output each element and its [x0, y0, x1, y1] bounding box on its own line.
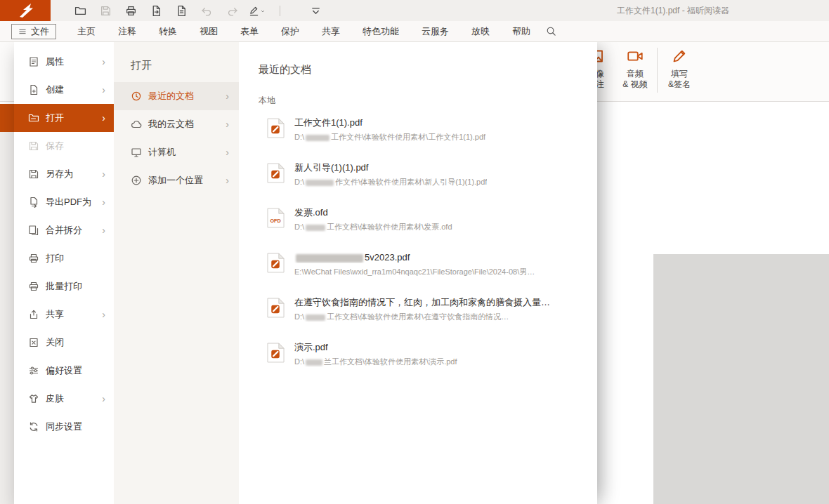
organize-pages-button[interactable]	[173, 3, 190, 18]
save-as-icon	[28, 168, 39, 180]
export-pages-button[interactable]	[148, 3, 164, 18]
open-place-3[interactable]: 添加一个位置›	[114, 166, 239, 194]
file-menu-item-5[interactable]: 导出PDF为›	[14, 188, 114, 216]
file-menu-item-8[interactable]: 批量打印	[14, 272, 114, 300]
file-menu-item-label: 导出PDF为	[46, 196, 91, 208]
file-menu-item-7[interactable]: 打印	[14, 244, 114, 272]
redacted-text	[306, 180, 334, 186]
foxit-logo[interactable]	[0, 0, 51, 21]
file-menu-item-2[interactable]: 打开›	[14, 104, 114, 132]
undo-icon	[201, 5, 213, 17]
file-name: 5v2023.pdf	[294, 251, 535, 263]
recent-documents-panel: 最近的文档 本地 工作文件1(1).pdfD:\工作文件\体验软件使用素材\工作…	[239, 42, 597, 504]
pdf-file-icon	[267, 298, 285, 318]
file-path: D:\作文件\体验软件使用素材\新人引导(1)(1).pdf	[294, 177, 487, 187]
save-button[interactable]	[97, 3, 114, 18]
file-menu-item-11[interactable]: 偏好设置	[14, 357, 114, 385]
ribbon-tab-0[interactable]: 主页	[66, 21, 107, 41]
file-menu-item-0[interactable]: 属性›	[14, 48, 114, 76]
clock-icon	[131, 91, 142, 102]
customize-quick-toolbar-button[interactable]	[307, 3, 324, 18]
open-file-button[interactable]	[72, 3, 89, 18]
ink-signature-button[interactable]	[249, 3, 266, 18]
document-image-placeholder	[653, 254, 829, 504]
submenu-arrow-icon: ›	[102, 57, 105, 67]
ribbon-tab-5[interactable]: 保护	[270, 21, 311, 41]
file-backstage-panel: 属性›创建›打开›保存另存为›导出PDF为›合并拆分›打印批量打印共享›关闭偏好…	[14, 42, 597, 504]
file-menu-item-label: 合并拆分	[46, 224, 82, 237]
submenu-arrow-icon: ›	[102, 310, 105, 319]
ribbon-tab-7[interactable]: 特色功能	[351, 21, 410, 41]
file-menu-item-label: 另存为	[46, 168, 73, 180]
ribbon-tab-6[interactable]: 共享	[311, 21, 351, 41]
recent-file-item[interactable]: 工作文件1(1).pdfD:\工作文件\体验软件使用素材\工作文件1(1).pd…	[259, 117, 586, 161]
file-name: 工作文件1(1).pdf	[294, 117, 485, 128]
save-icon	[28, 140, 39, 152]
recent-file-item[interactable]: 在遵守饮食指南的情况下，红肉，加工肉和家禽的膳食摄入量…D:\工作文档\体验软件…	[259, 296, 586, 341]
recent-file-item[interactable]: 新人引导(1)(1).pdfD:\作文件\体验软件使用素材\新人引导(1)(1)…	[259, 161, 586, 206]
submenu-arrow-icon: ›	[226, 91, 229, 101]
ribbon-tab-4[interactable]: 表单	[229, 21, 270, 41]
file-menu-item-label: 偏好设置	[46, 364, 82, 377]
submenu-arrow-icon: ›	[102, 113, 105, 123]
redo-icon	[226, 5, 238, 17]
print-button[interactable]	[122, 3, 139, 18]
ofd-file-icon: OFD	[267, 208, 285, 231]
ribbon-tab-10[interactable]: 帮助	[501, 21, 542, 41]
ribbon-tab-1[interactable]: 注释	[107, 21, 148, 41]
cloud-icon	[131, 119, 142, 130]
file-menu-item-9[interactable]: 共享›	[14, 300, 114, 329]
open-place-0[interactable]: 最近的文档›	[114, 82, 239, 110]
undo-button[interactable]	[198, 3, 215, 18]
file-menu-item-12[interactable]: 皮肤›	[14, 385, 114, 413]
file-menu-item-label: 批量打印	[46, 280, 82, 293]
ribbon-tab-8[interactable]: 云服务	[410, 21, 460, 41]
menu-bar: 文件 主页注释转换视图表单保护共享特色功能云服务放映帮助	[0, 21, 829, 42]
title-bar: 工作文件1(1).pdf - 福昕阅读器	[0, 0, 829, 21]
ribbon-tab-9[interactable]: 放映	[460, 21, 501, 41]
share-icon	[28, 309, 39, 320]
recent-file-item[interactable]: 5v2023.pdfE:\WeChat Files\wxid_rra1m04nq…	[259, 251, 586, 296]
file-menu-item-6[interactable]: 合并拆分›	[14, 216, 114, 244]
open-place-1[interactable]: 我的云文档›	[114, 110, 239, 138]
file-menu-button[interactable]: 文件	[11, 24, 56, 39]
pdf-file-icon	[267, 253, 285, 276]
pdf-file-icon	[267, 163, 285, 183]
redo-button[interactable]	[223, 3, 240, 18]
quick-access-toolbar	[72, 3, 324, 18]
pencil-icon	[671, 48, 688, 65]
print-icon	[125, 5, 137, 17]
open-icon	[28, 112, 39, 124]
foxit-logo-mark	[11, 1, 39, 20]
caret-down-icon	[260, 8, 266, 14]
open-place-2[interactable]: 计算机›	[114, 138, 239, 166]
left-edge-highlight	[0, 104, 14, 132]
recent-file-item[interactable]: OFD发票.ofdD:\工作文档\体验软件使用素材\发票.ofd	[259, 206, 586, 251]
file-menu-item-1[interactable]: 创建›	[14, 76, 114, 104]
ribbon-tab-2[interactable]: 转换	[148, 21, 188, 41]
file-name: 演示.pdf	[294, 341, 457, 353]
redacted-text	[296, 254, 363, 263]
pdf-file-icon	[267, 163, 285, 186]
recent-file-item[interactable]: 演示.pdfD:\兰工作文档\体验软件使用素材\演示.pdf	[259, 341, 586, 386]
open-places-list: 最近的文档›我的云文档›计算机›添加一个位置›	[114, 82, 239, 194]
app-window: 图像标注音频& 视频填写&签名 中， 工作文件1(1).pdf - 福昕阅读器 …	[0, 0, 829, 504]
hamburger-icon	[18, 27, 27, 36]
plus-circle-icon	[131, 175, 142, 186]
search-icon	[546, 26, 556, 37]
file-path: E:\WeChat Files\wxid_rra1m04nqaqc21\File…	[294, 267, 535, 277]
ribbon-button[interactable]: 音频& 视频	[615, 42, 655, 101]
file-menu-item-13[interactable]: 同步设置	[14, 413, 114, 441]
folder-open-icon	[74, 5, 86, 17]
ribbon-button[interactable]: 填写&签名	[660, 42, 699, 101]
file-menu-item-4[interactable]: 另存为›	[14, 160, 114, 188]
file-menu-item-10[interactable]: 关闭	[14, 329, 114, 357]
ribbon-tabs: 主页注释转换视图表单保护共享特色功能云服务放映帮助	[66, 21, 542, 41]
file-menu-sidebar: 属性›创建›打开›保存另存为›导出PDF为›合并拆分›打印批量打印共享›关闭偏好…	[14, 42, 114, 504]
file-menu-item-label: 属性	[46, 55, 64, 68]
submenu-arrow-icon: ›	[102, 225, 105, 235]
ribbon-tab-3[interactable]: 视图	[188, 21, 229, 41]
ofd-file-icon: OFD	[267, 208, 285, 228]
pdf-file-icon	[267, 343, 285, 366]
search-icon[interactable]	[546, 26, 556, 37]
